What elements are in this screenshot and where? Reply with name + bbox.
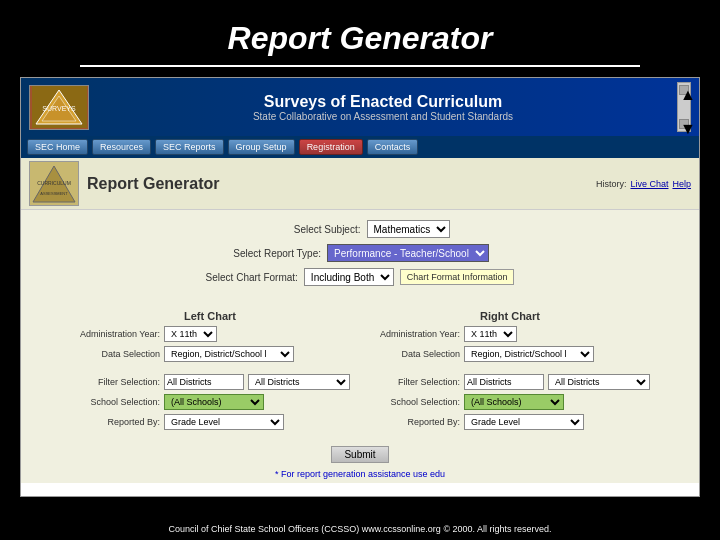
nav-sec-reports[interactable]: SEC Reports bbox=[155, 139, 224, 155]
right-filter-label: Filter Selection: bbox=[370, 377, 460, 387]
left-chart-title: Left Chart bbox=[70, 310, 350, 322]
left-chart-section: Left Chart Administration Year: X 11th X… bbox=[70, 310, 350, 366]
utility-history-label: History: bbox=[596, 179, 627, 189]
utility-live-chat[interactable]: Live Chat bbox=[630, 179, 668, 189]
left-admin-label: Administration Year: bbox=[70, 329, 160, 339]
nav-bar: SEC Home Resources SEC Reports Group Set… bbox=[21, 136, 699, 158]
sub-page-title: Report Generator bbox=[87, 175, 219, 193]
title-area: Report Generator bbox=[0, 0, 720, 77]
footer-note: * For report generation assistance use e… bbox=[21, 469, 699, 483]
subject-row: Select Subject: Mathematics Science Engl… bbox=[41, 220, 679, 238]
nav-registration[interactable]: Registration bbox=[299, 139, 363, 155]
left-filter-input[interactable] bbox=[164, 374, 244, 390]
subject-select[interactable]: Mathematics Science English bbox=[367, 220, 450, 238]
right-filter-input[interactable] bbox=[464, 374, 544, 390]
right-filter-row: Filter Selection: All Districts bbox=[370, 374, 650, 390]
footer-note-text: * For report generation assistance use e… bbox=[275, 469, 445, 479]
scroll-up-arrow[interactable]: ▲ bbox=[679, 85, 689, 95]
left-admin-select[interactable]: X 11th X 8th X 4th bbox=[164, 326, 217, 342]
left-filter-label: Filter Selection: bbox=[70, 377, 160, 387]
page-title-area: CURRICULUM ASSESSMENT Report Generator bbox=[29, 161, 219, 206]
left-filter-select[interactable]: All Districts bbox=[248, 374, 350, 390]
chart-format-label: Select Chart Format: bbox=[206, 272, 298, 283]
left-data-label: Data Selection bbox=[70, 349, 160, 359]
left-school-select[interactable]: (All Schools) bbox=[164, 394, 264, 410]
nav-sec-home[interactable]: SEC Home bbox=[27, 139, 88, 155]
nav-contacts[interactable]: Contacts bbox=[367, 139, 419, 155]
right-chart-section: Right Chart Administration Year: X 11th … bbox=[370, 310, 650, 366]
right-school-select[interactable]: (All Schools) bbox=[464, 394, 564, 410]
right-admin-label: Administration Year: bbox=[370, 329, 460, 339]
svg-text:CURRICULUM: CURRICULUM bbox=[37, 180, 71, 186]
page-title: Report Generator bbox=[0, 20, 720, 57]
left-admin-row: Administration Year: X 11th X 8th X 4th bbox=[70, 326, 350, 342]
main-container: SURVEYS Surveys of Enacted Curriculum St… bbox=[20, 77, 700, 497]
bottom-footer: Council of Chief State School Officers (… bbox=[0, 518, 720, 540]
chart-format-row: Select Chart Format: Including Both Left… bbox=[41, 268, 679, 286]
left-school-row: School Selection: (All Schools) bbox=[70, 394, 350, 410]
scroll-down-arrow[interactable]: ▼ bbox=[679, 119, 689, 129]
right-data-row: Data Selection Region, District/School l… bbox=[370, 346, 650, 362]
left-reported-select[interactable]: Grade Level Subject bbox=[164, 414, 284, 430]
tooltip-box: Chart Format Information bbox=[400, 269, 515, 285]
district-container: Filter Selection: All Districts School S… bbox=[21, 370, 699, 438]
left-filter-row: Filter Selection: All Districts bbox=[70, 374, 350, 390]
right-data-select[interactable]: Region, District/School l District Schoo… bbox=[464, 346, 594, 362]
header-scrollbar[interactable]: ▲ ▼ bbox=[677, 82, 691, 132]
report-type-select[interactable]: Performance - Teacher/School Standards I… bbox=[327, 244, 489, 262]
submit-button[interactable]: Submit bbox=[331, 446, 388, 463]
right-school-row: School Selection: (All Schools) bbox=[370, 394, 650, 410]
right-admin-row: Administration Year: X 11th X 8th X 4th bbox=[370, 326, 650, 342]
left-reported-row: Reported By: Grade Level Subject bbox=[70, 414, 350, 430]
utility-links: History: Live Chat Help bbox=[596, 179, 691, 189]
header-logo: SURVEYS bbox=[29, 85, 89, 130]
left-district-section: Filter Selection: All Districts School S… bbox=[70, 374, 350, 434]
sub-header: CURRICULUM ASSESSMENT Report Generator H… bbox=[21, 158, 699, 210]
left-reported-label: Reported By: bbox=[70, 417, 160, 427]
right-admin-select[interactable]: X 11th X 8th X 4th bbox=[464, 326, 517, 342]
report-type-label: Select Report Type: bbox=[231, 248, 321, 259]
assessment-logo: CURRICULUM ASSESSMENT bbox=[29, 161, 79, 206]
title-divider bbox=[80, 65, 640, 67]
svg-text:ASSESSMENT: ASSESSMENT bbox=[40, 191, 68, 196]
right-data-label: Data Selection bbox=[370, 349, 460, 359]
left-data-select[interactable]: Region, District/School l District Schoo… bbox=[164, 346, 294, 362]
left-data-row: Data Selection Region, District/School l… bbox=[70, 346, 350, 362]
right-reported-select[interactable]: Grade Level Subject bbox=[464, 414, 584, 430]
right-reported-label: Reported By: bbox=[370, 417, 460, 427]
nav-group-setup[interactable]: Group Setup bbox=[228, 139, 295, 155]
right-school-label: School Selection: bbox=[370, 397, 460, 407]
right-district-section: Filter Selection: All Districts School S… bbox=[370, 374, 650, 434]
subject-label: Select Subject: bbox=[271, 224, 361, 235]
nav-resources[interactable]: Resources bbox=[92, 139, 151, 155]
svg-text:SURVEYS: SURVEYS bbox=[42, 105, 76, 112]
right-chart-title: Right Chart bbox=[370, 310, 650, 322]
right-filter-select[interactable]: All Districts bbox=[548, 374, 650, 390]
report-type-row: Select Report Type: Performance - Teache… bbox=[41, 244, 679, 262]
right-reported-row: Reported By: Grade Level Subject bbox=[370, 414, 650, 430]
copyright-text: Council of Chief State School Officers (… bbox=[168, 524, 551, 534]
submit-area: Submit bbox=[21, 438, 699, 469]
header-title-area: Surveys of Enacted Curriculum State Coll… bbox=[89, 93, 677, 122]
survey-subtitle: State Collaborative on Assessment and St… bbox=[89, 111, 677, 122]
chart-format-select[interactable]: Including Both Left Only Right Only bbox=[304, 268, 394, 286]
left-school-label: School Selection: bbox=[70, 397, 160, 407]
header-bar: SURVEYS Surveys of Enacted Curriculum St… bbox=[21, 78, 699, 136]
survey-title: Surveys of Enacted Curriculum bbox=[89, 93, 677, 111]
utility-help[interactable]: Help bbox=[672, 179, 691, 189]
charts-container: Left Chart Administration Year: X 11th X… bbox=[21, 302, 699, 370]
form-area: Select Subject: Mathematics Science Engl… bbox=[21, 210, 699, 302]
